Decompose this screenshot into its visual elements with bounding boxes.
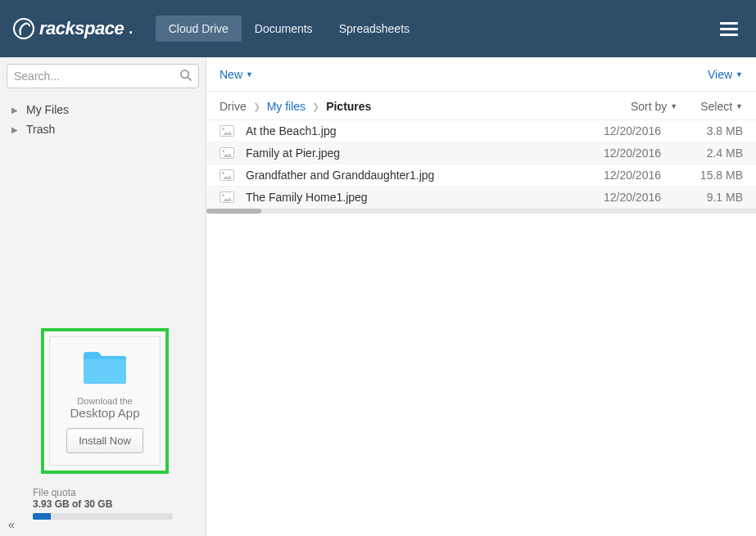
- crumb-my-files[interactable]: My files: [267, 100, 306, 113]
- tree-label: Trash: [26, 123, 55, 136]
- search-wrap: [0, 57, 206, 95]
- quota-block: File quota 3.93 GB of 30 GB: [0, 482, 206, 536]
- file-size: 3.8 MB: [661, 124, 743, 137]
- chevron-right-icon: ❯: [253, 101, 260, 112]
- breadcrumb: Drive ❯ My files ❯ Pictures: [220, 100, 371, 113]
- caret-right-icon: ▶: [11, 106, 18, 115]
- caret-down-icon: ▼: [736, 70, 743, 79]
- promo-highlight-box: Download the Desktop App Install Now: [41, 328, 169, 474]
- file-date: 12/20/2016: [563, 124, 661, 137]
- caret-right-icon: ▶: [11, 125, 18, 134]
- crumb-drive[interactable]: Drive: [220, 100, 247, 113]
- caret-down-icon: ▼: [736, 102, 743, 110]
- image-file-icon: [220, 147, 234, 159]
- file-row[interactable]: Family at Pier.jpeg 12/20/2016 2.4 MB: [206, 142, 756, 164]
- install-now-button[interactable]: Install Now: [66, 428, 143, 453]
- quota-fill: [33, 513, 51, 520]
- breadcrumb-row: Drive ❯ My files ❯ Pictures Sort by ▼ Se…: [206, 92, 756, 119]
- search-input[interactable]: [14, 70, 179, 83]
- new-button[interactable]: New ▼: [220, 68, 253, 81]
- svg-point-0: [14, 19, 34, 38]
- tree-my-files[interactable]: ▶ My Files: [0, 100, 206, 119]
- search-box[interactable]: [7, 64, 199, 88]
- svg-line-2: [188, 77, 191, 80]
- horizontal-scrollbar[interactable]: [206, 209, 756, 214]
- file-row[interactable]: The Family Home1.jpeg 12/20/2016 9.1 MB: [206, 187, 756, 209]
- image-file-icon: [220, 125, 234, 137]
- file-size: 9.1 MB: [661, 191, 743, 204]
- rackspace-icon: [13, 18, 34, 39]
- folder-tree: ▶ My Files ▶ Trash: [0, 95, 206, 144]
- collapse-sidebar-button[interactable]: «: [8, 518, 15, 531]
- view-button[interactable]: View ▼: [708, 68, 743, 81]
- nav-cloud-drive[interactable]: Cloud Drive: [156, 16, 242, 42]
- content-area: New ▼ View ▼ Drive ❯ My files ❯ Pictures…: [206, 57, 756, 536]
- file-size: 2.4 MB: [661, 146, 743, 160]
- file-row[interactable]: At the Beach1.jpg 12/20/2016 3.8 MB: [206, 120, 756, 142]
- file-date: 12/20/2016: [563, 169, 661, 182]
- nav-documents[interactable]: Documents: [242, 16, 326, 42]
- menu-icon[interactable]: [715, 14, 743, 44]
- scroll-thumb[interactable]: [206, 209, 261, 214]
- file-size: 15.8 MB: [661, 169, 743, 182]
- content-toolbar: New ▼ View ▼: [206, 57, 756, 92]
- new-label: New: [220, 68, 242, 81]
- file-list: At the Beach1.jpg 12/20/2016 3.8 MB Fami…: [206, 119, 756, 209]
- view-label: View: [708, 68, 732, 81]
- file-row[interactable]: Grandfather and Granddaughter1.jpg 12/20…: [206, 164, 756, 187]
- main-area: ▶ My Files ▶ Trash Download the: [0, 57, 756, 536]
- tree-trash[interactable]: ▶ Trash: [0, 119, 206, 139]
- crumb-current: Pictures: [326, 100, 371, 113]
- file-date: 12/20/2016: [563, 191, 661, 204]
- file-name: Family at Pier.jpeg: [246, 146, 563, 160]
- search-icon[interactable]: [179, 69, 192, 83]
- sidebar: ▶ My Files ▶ Trash Download the: [0, 57, 206, 536]
- promo-line1: Download the: [57, 396, 153, 406]
- top-nav: rackspace. Cloud Drive Documents Spreads…: [0, 0, 756, 57]
- brand-dot: .: [129, 20, 133, 38]
- quota-value: 3.93 GB of 30 GB: [33, 498, 173, 510]
- nav-tabs: Cloud Drive Documents Spreadsheets: [156, 16, 423, 42]
- file-name: Grandfather and Granddaughter1.jpg: [246, 169, 563, 182]
- chevron-right-icon: ❯: [312, 101, 319, 112]
- quota-bar: [33, 513, 173, 520]
- file-name: At the Beach1.jpg: [246, 124, 563, 137]
- list-actions: Sort by ▼ Select ▼: [631, 100, 743, 113]
- tree-label: My Files: [26, 103, 69, 116]
- caret-down-icon: ▼: [670, 102, 677, 110]
- folder-icon: [57, 349, 153, 385]
- quota-label: File quota: [33, 487, 173, 498]
- promo-card: Download the Desktop App Install Now: [49, 336, 161, 466]
- brand-text: rackspace: [39, 18, 124, 39]
- promo-line2: Desktop App: [57, 406, 153, 420]
- promo-area: Download the Desktop App Install Now Fil…: [0, 328, 206, 536]
- file-name: The Family Home1.jpeg: [246, 191, 563, 204]
- select-button[interactable]: Select ▼: [700, 100, 743, 113]
- image-file-icon: [220, 169, 234, 181]
- image-file-icon: [220, 191, 234, 203]
- caret-down-icon: ▼: [246, 70, 253, 79]
- sort-by-button[interactable]: Sort by ▼: [631, 100, 677, 113]
- file-date: 12/20/2016: [563, 146, 661, 160]
- nav-spreadsheets[interactable]: Spreadsheets: [326, 16, 423, 42]
- brand-logo[interactable]: rackspace.: [13, 18, 133, 39]
- sort-label: Sort by: [631, 100, 667, 113]
- select-label: Select: [700, 100, 732, 113]
